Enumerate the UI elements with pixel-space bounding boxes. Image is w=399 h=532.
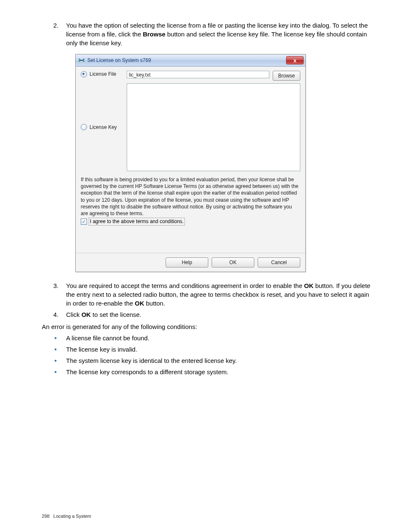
dialog-body: License File lic_key.txt Browse License …	[76, 67, 305, 253]
text: to set the license.	[91, 311, 141, 318]
step-number: 3.	[42, 281, 66, 308]
license-key-textarea[interactable]	[127, 83, 300, 171]
cancel-button[interactable]: Cancel	[258, 257, 300, 267]
agree-row: ✓ I agree to the above terms and conditi…	[81, 218, 300, 226]
radio-license-file[interactable]	[81, 71, 87, 77]
agree-label: I agree to the above terms and condition…	[89, 218, 185, 226]
step-2: 2. You have the option of selecting the …	[42, 21, 374, 47]
close-icon: x	[293, 58, 296, 63]
step-3: 3. You are required to accept the terms …	[42, 281, 374, 308]
error-list: A license file cannot be found. The lice…	[42, 334, 374, 376]
step-number: 4.	[42, 310, 66, 319]
text: You are required to accept the terms and…	[66, 282, 304, 289]
app-icon	[78, 57, 85, 64]
list-item: The system license key is identical to t…	[42, 356, 374, 365]
close-button[interactable]: x	[286, 56, 304, 64]
step-number: 2.	[42, 21, 66, 47]
ok-word: OK	[82, 311, 91, 318]
radio-label: License Key	[90, 124, 117, 131]
ok-word: OK	[135, 300, 144, 307]
agree-checkbox[interactable]: ✓	[81, 218, 87, 225]
step-body: You have the option of selecting the lic…	[66, 21, 374, 47]
license-key-row: License Key	[81, 83, 300, 171]
license-key-radio-group[interactable]: License Key	[81, 124, 127, 131]
step-4: 4. Click OK to set the license.	[42, 310, 374, 319]
license-file-row: License File lic_key.txt Browse	[81, 71, 300, 81]
text: button.	[144, 300, 165, 307]
browse-button[interactable]: Browse	[273, 71, 300, 81]
browse-word: Browse	[143, 31, 165, 38]
ok-word: OK	[304, 282, 314, 289]
terms-text: If this software is being provided to yo…	[81, 176, 300, 217]
license-file-input[interactable]: lic_key.txt	[127, 71, 269, 78]
list-item: A license file cannot be found.	[42, 334, 374, 342]
list-item: The license key corresponds to a differe…	[42, 368, 374, 376]
radio-label: License File	[90, 71, 116, 78]
ok-button[interactable]: OK	[212, 257, 254, 267]
dialog-footer: Help OK Cancel	[76, 253, 305, 272]
radio-license-key[interactable]	[81, 124, 87, 130]
titlebar: Set License on System s769 x	[76, 54, 305, 67]
step-body: You are required to accept the terms and…	[66, 281, 374, 308]
list-item: The license key is invalid.	[42, 345, 374, 354]
help-button[interactable]: Help	[166, 257, 208, 267]
step-body: Click OK to set the license.	[66, 310, 374, 319]
license-file-radio-group[interactable]: License File	[81, 71, 127, 78]
dialog-title: Set License on System s769	[87, 57, 286, 64]
errors-intro: An error is generated for any of the fol…	[42, 322, 374, 331]
checkmark-icon: ✓	[82, 219, 86, 224]
text: Click	[66, 311, 82, 318]
set-license-dialog: Set License on System s769 x License Fil…	[75, 54, 306, 272]
